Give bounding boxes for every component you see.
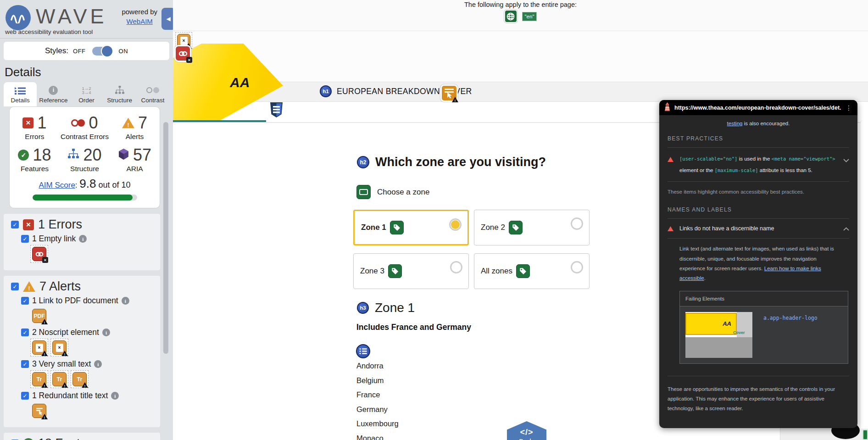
summary-features: ✓18Features bbox=[12, 145, 57, 173]
zone-radio[interactable] bbox=[571, 261, 583, 273]
failing-elements-box: Failing Elements AA Cover a.app-header-l… bbox=[679, 291, 848, 364]
info-icon[interactable]: i bbox=[122, 297, 129, 305]
panel-header: https://www.theaa.com/european-breakdown… bbox=[659, 100, 857, 115]
feature-icon: ✓ bbox=[23, 438, 34, 440]
wave-sidebar: WAVE web accessibility evaluation tool p… bbox=[0, 0, 173, 440]
fieldset-icon[interactable] bbox=[356, 185, 371, 199]
summary-value: 20 bbox=[83, 145, 101, 165]
section-header-features[interactable]: ✓✓18 Features bbox=[11, 436, 157, 440]
wave-icon-box[interactable]: ×! bbox=[30, 339, 48, 356]
tab-contrast[interactable]: Contrast bbox=[136, 82, 169, 106]
section-checkbox[interactable]: ✓ bbox=[11, 221, 19, 228]
wave-icon-box[interactable]: Tr! bbox=[50, 370, 68, 388]
webaim-link[interactable]: WebAIM bbox=[127, 17, 153, 25]
section-header-alerts[interactable]: ✓!7 Alerts bbox=[11, 279, 157, 294]
tab-label: Order bbox=[78, 97, 95, 104]
kebab-menu-icon[interactable]: ⋮ bbox=[845, 104, 853, 111]
issue-checkbox[interactable]: ✓ bbox=[21, 360, 29, 368]
code-toggle-button[interactable]: </> Code bbox=[507, 421, 546, 440]
tab-structure[interactable]: Structure bbox=[103, 82, 136, 106]
h3-icon[interactable]: h3 bbox=[357, 302, 369, 314]
sidebar-collapse-button[interactable]: ◀ bbox=[161, 8, 173, 30]
structure-icon bbox=[67, 149, 79, 162]
zone-card-1[interactable]: Zone 1 bbox=[353, 210, 469, 245]
floating-empty-link-icon[interactable]: × bbox=[174, 45, 191, 62]
audit-row[interactable]: Links do not have a discernible name bbox=[668, 224, 849, 233]
chevron-down-icon[interactable] bbox=[843, 156, 849, 164]
zone-radio[interactable] bbox=[449, 218, 462, 231]
noscript-icon: ×! bbox=[32, 340, 46, 355]
country-item: Andorra bbox=[356, 362, 494, 376]
issue-checkbox[interactable]: ✓ bbox=[21, 297, 29, 305]
wave-icon-box[interactable]: Tr! bbox=[71, 370, 89, 388]
zone-card-3[interactable]: Zone 3 bbox=[353, 253, 469, 289]
sidebar-scrollbar-thumb[interactable] bbox=[163, 122, 168, 354]
zone-card-2[interactable]: Zone 2 bbox=[474, 210, 590, 245]
aim-score-value: 9.8 bbox=[79, 177, 96, 190]
tab-order[interactable]: 1→23→4Order bbox=[70, 82, 103, 106]
page-h3: Zone 1 bbox=[375, 301, 415, 315]
wave-icon-box[interactable]: × bbox=[30, 245, 48, 263]
zone-label: Zone 3 bbox=[360, 267, 384, 276]
info-icon[interactable]: i bbox=[94, 360, 102, 368]
info-icon[interactable]: i bbox=[111, 392, 119, 400]
zone-card-4[interactable]: All zones bbox=[474, 253, 590, 289]
failing-elements-header: Failing Elements bbox=[680, 291, 848, 306]
zone-radio[interactable] bbox=[450, 261, 462, 273]
section-header-errors[interactable]: ✓×1 Errors bbox=[11, 217, 157, 232]
redundant-title-icon[interactable]: ! bbox=[440, 84, 458, 102]
wave-icon-box[interactable]: PDF! bbox=[30, 307, 48, 325]
info-icon[interactable]: i bbox=[102, 329, 110, 336]
language-globe-icon[interactable] bbox=[504, 10, 517, 23]
summary-label: Structure bbox=[57, 165, 112, 173]
details-heading: Details bbox=[5, 65, 173, 79]
issue-item[interactable]: ✓1 Redundant title texti bbox=[21, 391, 157, 401]
testing-link[interactable]: testing bbox=[727, 121, 743, 126]
viewport-warning-row[interactable]: [user-scalable="no"] is used in the <met… bbox=[668, 153, 849, 176]
label-tag-icon bbox=[390, 221, 404, 234]
issue-icon-row: × bbox=[30, 245, 157, 263]
unordered-list-icon[interactable] bbox=[356, 344, 370, 358]
edge-green-icon[interactable] bbox=[862, 429, 868, 440]
styles-toggle[interactable] bbox=[92, 47, 112, 56]
issue-item[interactable]: ✓1 Link to PDF documenti bbox=[21, 296, 157, 306]
failing-element-thumbnail[interactable]: AA Cover bbox=[685, 312, 752, 358]
nav-element-icon[interactable] bbox=[269, 102, 284, 120]
tr-glyph: Tr bbox=[37, 376, 42, 383]
issue-item[interactable]: ✓2 Noscript elementi bbox=[21, 328, 157, 337]
very-small-text-icon: Tr! bbox=[52, 372, 67, 386]
section-checkbox[interactable]: ✓ bbox=[11, 283, 19, 290]
country-item: Luxembourg bbox=[356, 419, 494, 434]
info-icon[interactable]: i bbox=[79, 235, 87, 243]
issue-checkbox[interactable]: ✓ bbox=[21, 392, 29, 400]
wave-icon-box[interactable]: ×! bbox=[50, 339, 68, 356]
h1-icon[interactable]: h1 bbox=[320, 85, 332, 97]
wave-icon-box[interactable]: Tr! bbox=[30, 370, 48, 388]
summary-value: 7 bbox=[138, 113, 147, 133]
issue-checkbox[interactable]: ✓ bbox=[21, 235, 29, 243]
h2-icon[interactable]: h2 bbox=[357, 156, 369, 168]
issue-checkbox[interactable]: ✓ bbox=[21, 329, 29, 336]
code-fragment: <meta name="viewport"> bbox=[772, 156, 835, 162]
issue-item[interactable]: ✓1 Empty linki bbox=[21, 234, 157, 244]
page-scrollbar-track[interactable] bbox=[860, 120, 868, 429]
wave-icon-box[interactable]: ! bbox=[30, 402, 48, 420]
section-alerts: ✓!7 Alerts✓1 Link to PDF documentiPDF!✓2… bbox=[4, 276, 160, 427]
x-badge-icon: × bbox=[42, 257, 48, 263]
summary-label: ARIA bbox=[112, 165, 157, 173]
sidebar-tabs: DetailsiReference1→23→4OrderStructureCon… bbox=[4, 82, 169, 106]
tab-label: Contrast bbox=[141, 97, 164, 104]
panel-url: https://www.theaa.com/european-breakdown… bbox=[674, 105, 841, 111]
tab-reference[interactable]: iReference bbox=[37, 82, 70, 106]
sidebar-header: WAVE web accessibility evaluation tool p… bbox=[0, 0, 173, 39]
tab-details[interactable]: Details bbox=[4, 82, 37, 106]
lang-en-icon[interactable]: "en" bbox=[522, 12, 537, 21]
chevron-up-icon[interactable] bbox=[843, 224, 849, 233]
entire-page-strip: The following apply to the entire page: … bbox=[173, 0, 868, 31]
issue-label: 3 Very small text bbox=[32, 359, 91, 369]
aim-score-link[interactable]: AIM Score bbox=[39, 181, 75, 189]
issue-item[interactable]: ✓3 Very small texti bbox=[21, 359, 157, 369]
summary-structure: 20Structure bbox=[57, 145, 112, 173]
h3-row: h3 Zone 1 bbox=[357, 301, 415, 315]
zone-radio[interactable] bbox=[571, 217, 583, 230]
